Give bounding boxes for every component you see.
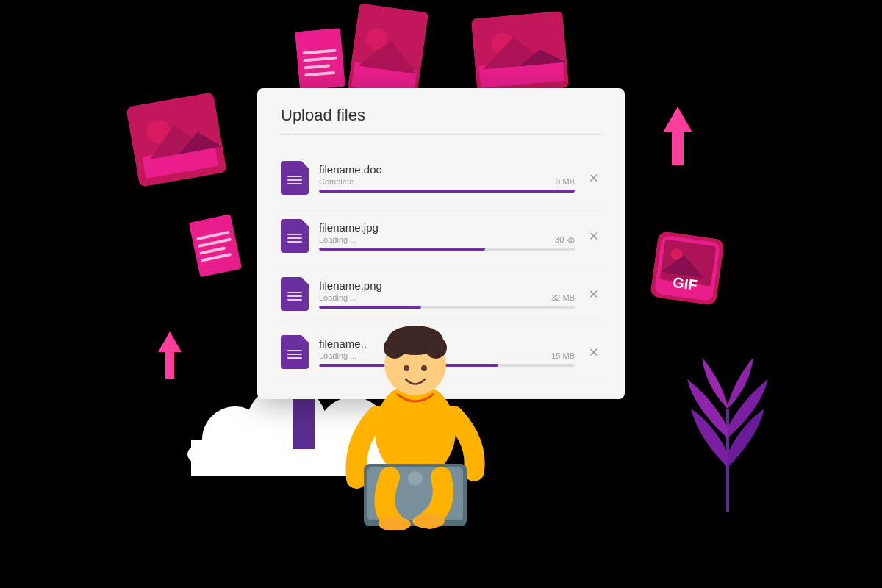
close-button-1[interactable]: ✕: [585, 170, 601, 186]
document-decoration-left: [189, 212, 251, 286]
file-size-2: 30 kb: [555, 235, 575, 244]
svg-point-48: [412, 514, 445, 528]
arrow-up-pink-left: [158, 331, 182, 382]
image-decoration-1: [126, 92, 226, 187]
file-details-1: filename.doc Complete 3 MB: [319, 163, 575, 193]
file-name-3: filename.png: [319, 279, 575, 292]
card-title: Upload files: [281, 106, 601, 135]
file-name-2: filename.jpg: [319, 221, 575, 234]
arrow-up-pink-right: [663, 107, 692, 168]
close-button-4[interactable]: ✕: [585, 344, 601, 360]
file-item-2: filename.jpg Loading ... 30 kb ✕: [281, 207, 601, 265]
scene: Upload files filename.doc Complete 3 MB: [0, 0, 882, 588]
file-icon: [281, 335, 309, 369]
close-button-3[interactable]: ✕: [585, 286, 601, 302]
progress-bar-fill-2: [319, 248, 485, 251]
jpg-icon: [281, 219, 309, 253]
svg-point-46: [408, 471, 423, 486]
progress-bar-fill-1: [319, 190, 575, 193]
svg-marker-31: [158, 331, 182, 379]
file-status-1: Complete: [319, 177, 354, 186]
close-button-2[interactable]: ✕: [585, 228, 601, 244]
svg-rect-19: [189, 214, 243, 277]
plant-decoration: [684, 350, 772, 514]
person-illustration: [334, 295, 496, 533]
doc-icon: [281, 161, 309, 195]
file-size-3: 32 MB: [551, 293, 575, 302]
svg-point-42: [404, 365, 409, 371]
image-decoration-3: [471, 11, 570, 96]
file-size-1: 3 MB: [556, 177, 575, 186]
file-status-2: Loading ...: [319, 235, 356, 244]
file-item-1: filename.doc Complete 3 MB ✕: [281, 149, 601, 207]
file-name-1: filename.doc: [319, 163, 575, 176]
svg-point-43: [421, 365, 427, 371]
svg-marker-30: [663, 107, 692, 165]
file-size-4: 15 MB: [551, 351, 575, 360]
svg-point-40: [384, 337, 406, 359]
progress-bar-bg-1: [319, 190, 575, 193]
svg-point-41: [425, 337, 447, 359]
progress-bar-bg-2: [319, 248, 575, 251]
file-details-2: filename.jpg Loading ... 30 kb: [319, 221, 575, 251]
file-status-row-1: Complete 3 MB: [319, 177, 575, 186]
gif-badge: GIF: [650, 231, 725, 306]
png-icon: [281, 277, 309, 311]
file-status-row-2: Loading ... 30 kb: [319, 235, 575, 244]
